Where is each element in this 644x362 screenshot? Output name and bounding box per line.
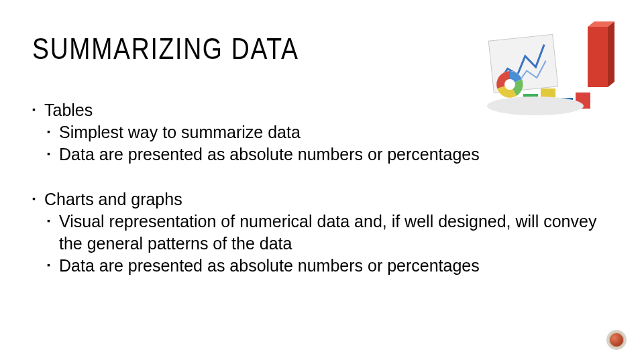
next-slide-button[interactable] xyxy=(606,330,627,350)
svg-rect-5 xyxy=(588,27,608,87)
svg-point-8 xyxy=(487,97,584,115)
spacer xyxy=(32,166,612,188)
bullet-sub: Data are presented as absolute numbers o… xyxy=(47,255,612,277)
bullet-sub: Visual representation of numerical data … xyxy=(47,210,612,255)
svg-marker-7 xyxy=(608,21,614,87)
bullet-text: Data are presented as absolute numbers o… xyxy=(59,145,480,164)
slide-title: SUMMARIZING DATA xyxy=(32,32,299,66)
bullet-sub: Simplest way to summarize data xyxy=(47,121,612,143)
bullet-text: Charts and graphs xyxy=(44,190,182,208)
svg-point-10 xyxy=(504,79,515,90)
bullet-text: Visual representation of numerical data … xyxy=(59,212,596,253)
slide: SUMMARIZING DATA Tables Simplest way to … xyxy=(0,0,644,362)
bullet-text: Simplest way to summarize data xyxy=(59,123,301,141)
bullet-text: Data are presented as absolute numbers o… xyxy=(59,256,480,275)
slide-content: Tables Simplest way to summarize data Da… xyxy=(32,99,612,277)
charts-clipart-icon xyxy=(487,20,614,121)
bullet-sub: Data are presented as absolute numbers o… xyxy=(47,143,612,166)
bullet-heading: Charts and graphs xyxy=(32,188,612,210)
bullet-text: Tables xyxy=(44,101,93,119)
